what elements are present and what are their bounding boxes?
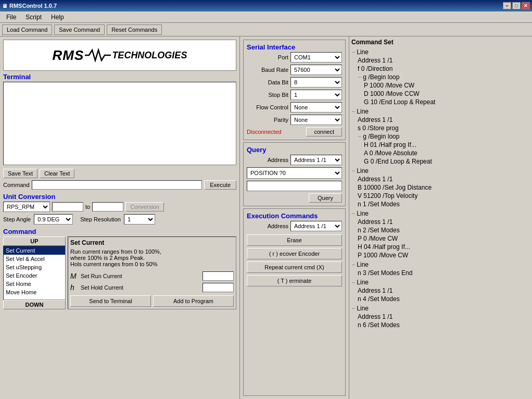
cmd-item-set-encoder[interactable]: Set Encoder	[4, 271, 65, 280]
load-command-button[interactable]: Load Command	[2, 24, 52, 35]
parity-select[interactable]: NoneEvenOdd	[290, 115, 342, 125]
tree-item: − Line	[351, 167, 530, 175]
maximize-button[interactable]: □	[512, 2, 521, 9]
cmd-item-set-current[interactable]: Set Current	[4, 246, 65, 255]
run-current-input[interactable]	[202, 271, 234, 281]
query-header: Query	[247, 146, 342, 154]
terminal-header: Terminal	[3, 73, 236, 81]
tree-item: f 0 /Direction	[351, 65, 530, 73]
menu-bar: File Script Help	[0, 11, 532, 23]
baud-rate-select[interactable]: 9600192003840057600115200	[290, 65, 342, 75]
stop-bit-select[interactable]: 12	[290, 90, 342, 100]
tree-item: A 0 /Move Absolute	[351, 149, 530, 157]
execute-button[interactable]: Execute	[204, 180, 236, 190]
query-address-label: Address	[247, 157, 288, 163]
query-address-select[interactable]: Address 1 /1	[290, 155, 342, 165]
command-down-button[interactable]: DOWN	[3, 300, 66, 309]
cmd-desc-title: Set Current	[70, 239, 234, 246]
unit-from-select[interactable]: RPS_RPM RPM_RPS Steps_Rev Rev_Steps	[3, 202, 50, 212]
cmd-item-move-home[interactable]: Move Home	[4, 288, 65, 296]
tree-item: Address 1 /1	[351, 56, 530, 65]
step-angle-label: Step Angle	[3, 216, 31, 222]
send-to-terminal-button[interactable]: Send to Terminal	[70, 295, 151, 307]
close-button[interactable]: ✕	[522, 2, 530, 9]
unit-conversion-header: Unit Conversion	[3, 193, 236, 201]
step-resolution-select[interactable]: 1248 163264128256	[124, 214, 155, 225]
save-text-button[interactable]: Save Text	[3, 169, 37, 178]
cmd-desc-text: Run current ranges from 0 to 100%,where …	[70, 248, 234, 267]
logo-area: RMS TECHNOLOGIES	[3, 40, 236, 71]
cmd-item-set-home[interactable]: Set Home	[4, 280, 65, 288]
execution-commands-section: Execution Commands Address Address 1 /1 …	[243, 208, 346, 396]
collapse-icon: −	[351, 279, 355, 286]
command-list: Set Current Set Vel & Accel Set uSteppin…	[3, 246, 66, 300]
hold-current-icon: h	[70, 283, 79, 292]
to-label: to	[85, 204, 90, 210]
collapse-icon: −	[358, 73, 361, 81]
minimize-button[interactable]: −	[503, 2, 511, 9]
data-bit-select[interactable]: 78	[290, 77, 342, 88]
tree-item: P 0 /Move CW	[351, 234, 530, 243]
tree-item: n 3 /Set Modes End	[351, 269, 530, 277]
menu-file[interactable]: File	[2, 13, 20, 22]
command-label: Command	[3, 182, 30, 188]
serial-interface-header: Serial Interface	[247, 43, 342, 51]
param-hold-current-row: h Set Hold Current	[70, 283, 234, 292]
command-section: Command UP Set Current Set Vel & Accel S…	[3, 228, 236, 396]
erase-button[interactable]: Erase	[247, 234, 342, 246]
tree-item: Address 1 /1	[351, 313, 530, 321]
terminate-button[interactable]: ( T ) erminate	[247, 275, 342, 286]
hold-current-label: Set Hold Current	[81, 284, 200, 291]
collapse-icon: −	[358, 133, 361, 140]
conversion-button[interactable]: Conversion	[125, 202, 164, 211]
flow-control-label: Flow Control	[247, 104, 288, 110]
unit-from-value[interactable]	[52, 202, 83, 211]
tree-item: − Line	[351, 304, 530, 313]
query-output	[247, 181, 342, 191]
run-current-label: Set Run Current	[81, 273, 200, 279]
tree-item: − Line	[351, 209, 530, 218]
collapse-icon: −	[351, 305, 355, 312]
reset-commands-button[interactable]: Reset Commands	[107, 24, 162, 35]
tree-item: P 1000 /Move CW	[351, 81, 530, 90]
save-command-button[interactable]: Save Command	[54, 24, 105, 35]
tree-item: − g /Begin loop	[351, 73, 530, 81]
repeat-current-button[interactable]: Repeat current cmd (X)	[247, 261, 342, 273]
command-set-panel: Command Set − Line Address 1 /1 f 0 /Dir…	[349, 36, 532, 399]
tree-item: P 1000 /Move CW	[351, 251, 530, 259]
cmd-item-set-vel[interactable]: Set Vel & Accel	[4, 255, 65, 263]
tree-item: V 51200 /Top Velocity	[351, 192, 530, 200]
collapse-icon: −	[351, 261, 355, 268]
add-to-program-button[interactable]: Add to Program	[153, 295, 234, 307]
collapse-icon: −	[351, 48, 355, 56]
hold-current-input[interactable]	[202, 283, 234, 292]
command-input[interactable]	[32, 180, 202, 190]
stop-bit-label: Stop Bit	[247, 92, 288, 98]
menu-script[interactable]: Script	[21, 13, 46, 22]
port-select[interactable]: COM1COM2COM3COM4	[290, 52, 342, 63]
command-up-button[interactable]: UP	[3, 236, 66, 246]
terminal-textarea[interactable]	[3, 82, 236, 165]
tree-item: − Line	[351, 278, 530, 286]
logo-technologies: TECHNOLOGIES	[112, 50, 187, 61]
exec-address-select[interactable]: Address 1 /1	[290, 221, 342, 231]
clear-text-button[interactable]: Clear Text	[40, 169, 74, 178]
unit-to-value[interactable]	[92, 202, 123, 211]
logo-rms: RMS	[53, 47, 84, 64]
cmd-item-set-ustepping[interactable]: Set uStepping	[4, 263, 65, 271]
recover-encoder-button[interactable]: ( r ) ecover Encoder	[247, 248, 342, 259]
query-button[interactable]: Query	[309, 193, 342, 203]
tree-item: B 10000 /Set Jog Distance	[351, 183, 530, 192]
command-description: Set Current Run current ranges from 0 to…	[68, 236, 236, 309]
query-section: Query Address Address 1 /1 POSITION ?0 Q…	[243, 142, 346, 206]
query-command-select[interactable]: POSITION ?0	[247, 167, 342, 179]
param-run-current-row: M Set Run Current	[70, 271, 234, 281]
collapse-icon: −	[351, 167, 355, 174]
tree-item: D 1000 /Move CCW	[351, 90, 530, 98]
flow-control-select[interactable]: NoneHardwareSoftware	[290, 102, 342, 113]
step-angle-select[interactable]: 0.9 DEG 1.8 DEG	[34, 214, 73, 225]
connect-button[interactable]: connect	[306, 127, 342, 136]
run-current-icon: M	[70, 272, 79, 280]
menu-help[interactable]: Help	[47, 13, 68, 22]
tree-item: n 6 /Set Modes	[351, 321, 530, 329]
